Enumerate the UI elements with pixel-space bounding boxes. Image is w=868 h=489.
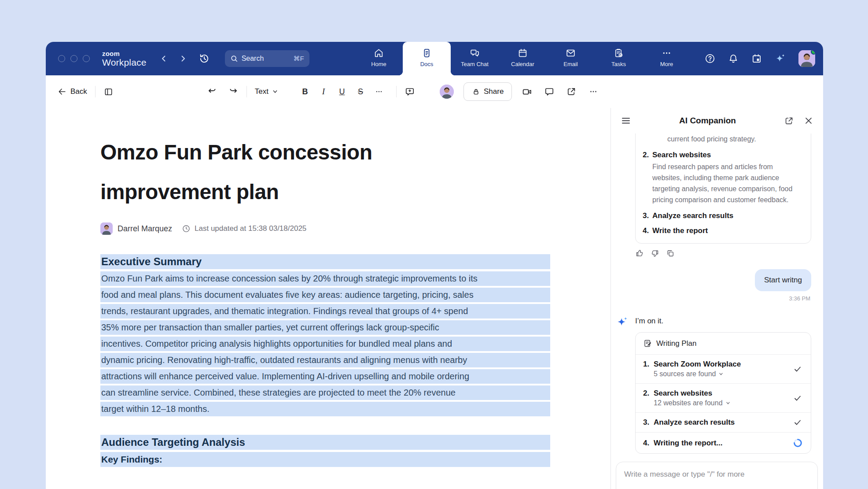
- tab-calendar[interactable]: Calendar: [499, 42, 547, 75]
- tab-home[interactable]: Home: [355, 42, 403, 75]
- last-updated-text: Last updated at 15:38 03/18/2025: [195, 224, 306, 233]
- pop-out-icon[interactable]: [784, 116, 794, 126]
- window-minimize-button[interactable]: [70, 55, 77, 62]
- ai-composer: Write a message or type "/" for more: [616, 462, 818, 489]
- arrow-left-icon: [57, 87, 67, 96]
- user-avatar[interactable]: [798, 50, 815, 67]
- ai-companion-panel: AI Companion current food pricing strate…: [611, 108, 823, 489]
- tab-more[interactable]: More: [643, 42, 691, 75]
- composer-input[interactable]: Write a message or type "/" for more: [624, 470, 809, 479]
- author-name: Darrel Marquez: [118, 224, 172, 233]
- more-ellipsis-icon: [661, 48, 672, 59]
- author-avatar: [100, 222, 113, 235]
- tab-team-chat[interactable]: Team Chat: [451, 42, 499, 75]
- tab-email[interactable]: Email: [547, 42, 595, 75]
- doc-line: can streamline service. Combined, these …: [100, 385, 550, 400]
- ai-panel-header: AI Companion: [611, 108, 823, 133]
- history-icon[interactable]: [199, 53, 210, 64]
- plan-step-title: Search websites: [652, 151, 803, 159]
- chat-icon[interactable]: [544, 86, 555, 97]
- step-sources-dropdown[interactable]: 5 sources are found: [654, 370, 792, 378]
- ai-panel-title: AI Companion: [631, 116, 784, 126]
- doc-title: Omzo Fun Park concession improvement pla…: [100, 133, 611, 212]
- step-title: Search websites: [654, 389, 712, 398]
- thumbs-up-icon[interactable]: [635, 249, 644, 258]
- more-formatting-icon[interactable]: [370, 87, 388, 96]
- notifications-bell-icon[interactable]: [728, 53, 739, 64]
- status-available-dot: [811, 50, 815, 55]
- bold-button[interactable]: B: [296, 87, 314, 96]
- ai-sparkle-icon: [616, 315, 629, 329]
- plan-step-row: 1.Search Zoom Workplace 5 sources are fo…: [636, 355, 811, 384]
- share-button[interactable]: Share: [463, 82, 512, 101]
- close-icon[interactable]: [804, 116, 813, 126]
- forward-chevron-icon[interactable]: [179, 55, 187, 63]
- plan-step-row: 3.Analyze search results: [636, 413, 811, 433]
- collaborator-avatar[interactable]: [440, 85, 454, 99]
- thumbs-down-icon[interactable]: [651, 249, 659, 258]
- tab-docs[interactable]: Docs: [403, 42, 451, 75]
- writing-plan-icon: [643, 339, 652, 348]
- document-editor[interactable]: Omzo Fun Park concession improvement pla…: [46, 108, 611, 489]
- tab-tasks[interactable]: Tasks: [595, 42, 643, 75]
- chevron-down-icon: [272, 89, 278, 95]
- window-close-button[interactable]: [58, 55, 65, 62]
- doc-heading-executive-summary: Executive Summary: [100, 254, 550, 269]
- doc-line: incentives. Competitor pricing analysis …: [100, 337, 550, 351]
- doc-line: food and meal plans. This document evalu…: [100, 288, 550, 302]
- zoom-workplace-logo: zoom Workplace: [102, 50, 147, 67]
- home-icon: [373, 48, 384, 59]
- toolbar-divider: [246, 86, 247, 97]
- check-icon: [793, 365, 802, 374]
- video-meeting-icon[interactable]: [522, 86, 533, 97]
- logo-workplace-text: Workplace: [102, 58, 147, 67]
- doc-line: Omzo Fun Park aims to increase concessio…: [100, 271, 550, 286]
- copy-icon[interactable]: [666, 249, 675, 258]
- doc-line: 35% more per transaction than smaller pa…: [100, 320, 550, 335]
- italic-button[interactable]: I: [314, 87, 333, 96]
- message-timestamp: 3:36 PM: [611, 295, 810, 302]
- primary-nav-tabs: Home Docs Team Chat Calendar Email Tasks: [355, 42, 691, 75]
- search-placeholder: Search: [242, 55, 294, 63]
- plan-step-title: Write the report: [652, 226, 708, 235]
- open-external-icon[interactable]: [566, 86, 577, 97]
- logo-zoom-text: zoom: [102, 50, 147, 57]
- window-zoom-button[interactable]: [83, 55, 90, 62]
- redo-icon[interactable]: [228, 86, 239, 97]
- text-style-dropdown[interactable]: Text: [255, 87, 278, 96]
- undo-icon[interactable]: [207, 86, 217, 97]
- plan-step-row: 2.Search websites 12 websites are found: [636, 384, 811, 413]
- assistant-message-text: I’m on it.: [635, 317, 663, 325]
- calendar-icon: [517, 48, 528, 59]
- underline-button[interactable]: U: [333, 87, 351, 96]
- doc-line: target within 12–18 months.: [100, 402, 550, 416]
- share-label: Share: [484, 87, 504, 96]
- chevron-down-icon: [718, 371, 724, 377]
- step-websites-dropdown[interactable]: 12 websites are found: [654, 399, 792, 407]
- add-comment-icon[interactable]: [405, 86, 415, 97]
- sidebar-toggle-icon[interactable]: [103, 87, 114, 97]
- doc-heading-audience-targeting: Audience Targeting Analysis: [100, 435, 550, 450]
- search-input[interactable]: Search ⌘F: [225, 50, 309, 67]
- workspace-calendar-icon[interactable]: [751, 53, 762, 64]
- back-button[interactable]: Back: [57, 87, 87, 96]
- user-message-bubble: Start writng: [755, 269, 811, 291]
- plan-preview-card: current food pricing strategy. 2. Search…: [635, 133, 811, 244]
- doc-toolbar: Back Text B I U S S: [46, 75, 823, 108]
- search-shortcut: ⌘F: [293, 55, 304, 63]
- check-icon: [793, 394, 802, 403]
- help-icon[interactable]: [704, 53, 716, 64]
- more-actions-icon[interactable]: [588, 86, 599, 97]
- check-icon: [793, 418, 802, 427]
- chevron-down-icon: [725, 400, 731, 406]
- loading-spinner-icon: [793, 438, 803, 448]
- ai-message-thread[interactable]: current food pricing strategy. 2. Search…: [611, 133, 823, 489]
- window-controls[interactable]: [58, 55, 90, 62]
- back-chevron-icon[interactable]: [160, 55, 168, 63]
- doc-line: trends, restaurant upgrades, and themati…: [100, 304, 550, 319]
- hamburger-menu-icon[interactable]: [621, 115, 631, 126]
- ai-companion-sparkle-icon[interactable]: [774, 52, 787, 65]
- writing-plan-header: Writing Plan: [636, 333, 811, 355]
- toolbar-divider: [95, 86, 96, 97]
- strikethrough-button[interactable]: S: [351, 87, 370, 96]
